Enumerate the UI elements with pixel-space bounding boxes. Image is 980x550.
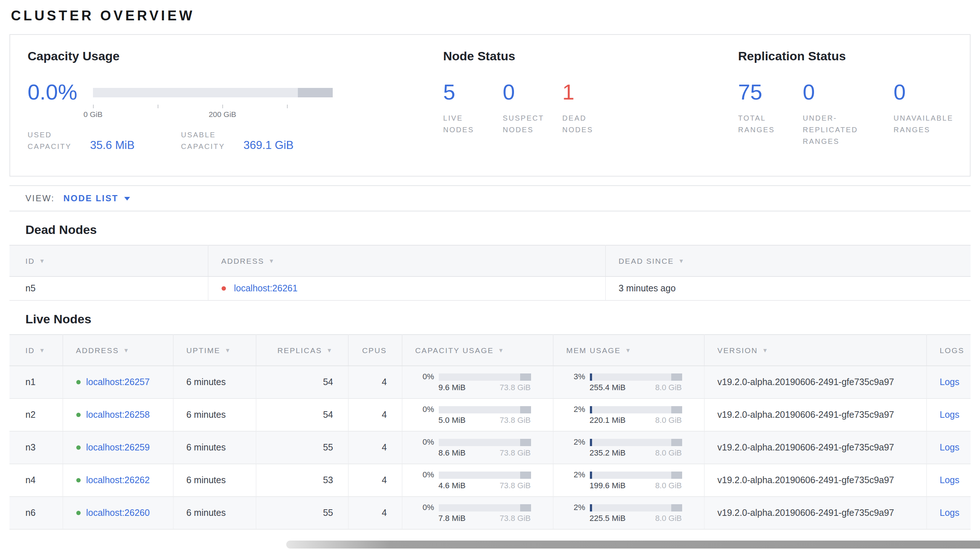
column-header-address[interactable]: ADDRESS▼ xyxy=(208,245,605,277)
node-address-link[interactable]: localhost:26259 xyxy=(86,442,150,453)
capacity-percent: 0% xyxy=(415,438,434,446)
capacity-total: 73.8 GiB xyxy=(500,514,531,522)
column-header-mem-usage[interactable]: MEM USAGE▼ xyxy=(553,335,704,366)
node-replicas: 54 xyxy=(256,399,348,431)
logs-link[interactable]: Logs xyxy=(940,377,959,387)
column-label: CAPACITY USAGE xyxy=(415,346,494,354)
node-id: n3 xyxy=(10,431,62,464)
node-address-link[interactable]: localhost:26261 xyxy=(234,283,298,294)
horizontal-scrollbar-thumb[interactable] xyxy=(286,540,980,548)
column-header-address[interactable]: ADDRESS▼ xyxy=(62,335,173,366)
node-replicas: 55 xyxy=(256,431,348,464)
mem-percent: 2% xyxy=(566,471,585,479)
table-row: n6 localhost:26260 6 minutes 55 4 0% 7.8… xyxy=(10,497,970,529)
sort-desc-icon: ▼ xyxy=(326,347,333,354)
mem-percent: 2% xyxy=(566,405,585,413)
live-nodes-table: ID▼ ADDRESS▼ UPTIME▼ REPLICAS▼ CPUS CAPA… xyxy=(10,334,970,530)
bar-dark-segment xyxy=(671,471,682,478)
dead-nodes-label: DEAD NODES xyxy=(562,113,612,136)
node-id: n6 xyxy=(10,497,62,529)
logs-link[interactable]: Logs xyxy=(940,410,959,420)
mem-used: 255.4 MiB xyxy=(590,384,625,392)
capacity-usage-cell: 0% 8.6 MiB73.8 GiB xyxy=(402,431,553,464)
bar-dark-segment xyxy=(671,439,682,446)
node-id: n4 xyxy=(10,464,62,497)
column-header-dead-since[interactable]: DEAD SINCE▼ xyxy=(605,245,970,277)
node-address-link[interactable]: localhost:26257 xyxy=(86,377,150,387)
column-header-id[interactable]: ID▼ xyxy=(10,245,208,277)
live-status-icon xyxy=(76,511,80,515)
table-header-row: ID▼ ADDRESS▼ UPTIME▼ REPLICAS▼ CPUS CAPA… xyxy=(10,335,970,366)
bar-used-fill xyxy=(590,373,592,380)
bar-used-fill xyxy=(590,471,592,478)
logs-link[interactable]: Logs xyxy=(940,508,959,518)
column-header-id[interactable]: ID▼ xyxy=(10,335,62,366)
bar-dark-segment xyxy=(671,373,682,380)
capacity-percent: 0% xyxy=(415,373,434,381)
node-address-cell: localhost:26257 xyxy=(62,366,173,399)
capacity-bar xyxy=(438,439,531,446)
column-label: REPLICAS xyxy=(277,346,322,354)
column-label: ID xyxy=(25,256,35,265)
logs-cell: Logs xyxy=(926,497,970,529)
mem-bar xyxy=(590,471,682,478)
axis-tick xyxy=(287,105,288,108)
axis-tick xyxy=(158,105,158,108)
column-header-version[interactable]: VERSION▼ xyxy=(704,335,926,366)
node-cpus: 4 xyxy=(348,366,402,399)
view-selector-dropdown[interactable]: NODE LIST xyxy=(64,193,130,203)
mem-usage-cell: 2% 220.1 MiB8.0 GiB xyxy=(553,399,704,431)
capacity-used: 8.6 MiB xyxy=(438,449,466,457)
column-header-capacity-usage[interactable]: CAPACITY USAGE▼ xyxy=(402,335,553,366)
logs-link[interactable]: Logs xyxy=(940,475,959,485)
node-uptime: 6 minutes xyxy=(173,399,256,431)
column-label: LOGS xyxy=(940,346,964,354)
column-label: ADDRESS xyxy=(76,346,119,354)
capacity-axis: 0 GiB 200 GiB xyxy=(93,105,333,121)
live-status-icon xyxy=(76,413,80,417)
capacity-usage-cell: 0% 4.6 MiB73.8 GiB xyxy=(402,464,553,497)
column-header-cpus: CPUS xyxy=(348,335,402,366)
capacity-bar xyxy=(438,373,531,380)
column-header-replicas[interactable]: REPLICAS▼ xyxy=(256,335,348,366)
capacity-stats: USED CAPACITY 35.6 MiB USABLE CAPACITY 3… xyxy=(28,129,443,153)
live-nodes-count: 5 xyxy=(443,81,503,103)
node-address-link[interactable]: localhost:26260 xyxy=(86,508,150,518)
column-header-uptime[interactable]: UPTIME▼ xyxy=(173,335,256,366)
capacity-usage-cell: 0% 7.8 MiB73.8 GiB xyxy=(402,497,553,529)
chevron-down-icon xyxy=(124,197,130,200)
mem-usage-cell: 3% 255.4 MiB8.0 GiB xyxy=(553,366,704,399)
usable-capacity-label: USABLE CAPACITY xyxy=(181,129,232,153)
unavailable-count: 0 xyxy=(894,81,974,103)
live-nodes-section-title: Live Nodes xyxy=(25,312,970,327)
live-nodes-stat: 5 LIVE NODES xyxy=(443,81,503,136)
logs-link[interactable]: Logs xyxy=(940,442,959,453)
live-status-icon xyxy=(76,478,80,482)
mem-bar xyxy=(590,504,682,511)
sort-desc-icon: ▼ xyxy=(678,258,685,264)
sort-desc-icon: ▼ xyxy=(762,347,768,354)
capacity-total: 73.8 GiB xyxy=(500,384,531,392)
usable-capacity-stat: USABLE CAPACITY 369.1 GiB xyxy=(181,129,293,153)
node-uptime: 6 minutes xyxy=(173,366,256,399)
node-cpus: 4 xyxy=(348,464,402,497)
page: CLUSTER OVERVIEW Capacity Usage 0.0% 0 G… xyxy=(0,0,980,530)
logs-cell: Logs xyxy=(926,431,970,464)
mem-usage-cell: 2% 225.5 MiB8.0 GiB xyxy=(553,497,704,529)
capacity-total: 73.8 GiB xyxy=(500,416,531,424)
node-cpus: 4 xyxy=(348,431,402,464)
mem-usage-cell: 2% 199.6 MiB8.0 GiB xyxy=(553,464,704,497)
capacity-total: 73.8 GiB xyxy=(500,482,531,490)
under-replicated-ranges-stat: 0 UNDER-REPLICATED RANGES xyxy=(803,81,894,148)
node-address-cell: localhost:26261 xyxy=(208,277,605,300)
mem-used: 220.1 MiB xyxy=(590,416,625,424)
mem-percent: 2% xyxy=(566,438,585,446)
node-id: n1 xyxy=(10,366,62,399)
axis-tick xyxy=(222,105,223,108)
used-capacity-value: 35.6 MiB xyxy=(90,139,134,153)
node-address-link[interactable]: localhost:26262 xyxy=(86,475,150,485)
capacity-bar xyxy=(438,504,531,511)
node-version: v19.2.0-alpha.20190606-2491-gfe735c9a97 xyxy=(704,399,926,431)
view-label: VIEW: xyxy=(25,193,55,203)
node-address-link[interactable]: localhost:26258 xyxy=(86,410,150,420)
